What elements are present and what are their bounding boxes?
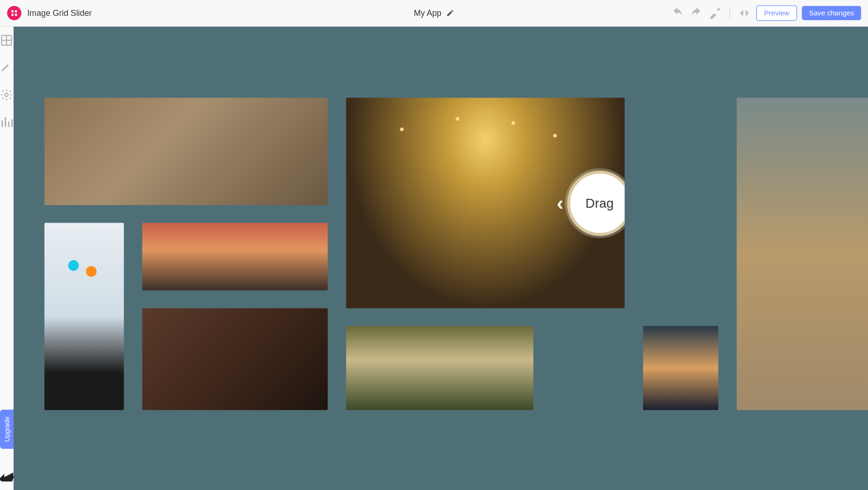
topbar: Image Grid Slider My App Preview Save ch… [0, 0, 868, 27]
image-tile-leopard[interactable] [346, 326, 533, 410]
topbar-left: Image Grid Slider [7, 6, 92, 20]
drag-control[interactable]: ‹ Drag › [557, 170, 625, 236]
svg-rect-3 [15, 14, 17, 15]
app-name: My App [414, 8, 441, 18]
settings-icon[interactable] [0, 88, 13, 101]
preview-button[interactable]: Preview [756, 5, 797, 21]
edit-name-icon[interactable] [446, 9, 455, 17]
drag-label: Drag [586, 195, 614, 210]
upgrade-button[interactable]: Upgrade [0, 409, 14, 448]
analytics-icon[interactable] [0, 116, 13, 129]
image-tile-golden-dog[interactable] [737, 98, 868, 410]
svg-marker-8 [0, 473, 14, 482]
sidebar: Upgrade [0, 27, 14, 490]
svg-point-7 [5, 93, 8, 97]
image-tile-wine-toast[interactable] [142, 308, 328, 410]
save-changes-button[interactable]: Save changes [802, 6, 861, 20]
undo-icon[interactable] [671, 6, 685, 20]
redo-icon[interactable] [689, 6, 703, 20]
svg-rect-2 [12, 14, 14, 15]
drag-handle[interactable]: Drag [567, 170, 625, 236]
topbar-center: My App [414, 8, 455, 18]
toolbar-divider [730, 8, 730, 19]
image-tile-plane-clouds[interactable] [643, 326, 718, 410]
image-tile-skis-goggles[interactable] [44, 223, 124, 410]
main-layout: Upgrade ‹ Drag › [0, 27, 868, 490]
svg-rect-1 [15, 10, 17, 12]
image-tile-dinner-party[interactable]: ‹ Drag › [346, 98, 625, 308]
topbar-right: Preview Save changes [671, 5, 861, 21]
image-tile-group-photo[interactable] [44, 98, 328, 205]
chevron-left-icon[interactable]: ‹ [557, 191, 563, 215]
plugin-logo-icon [7, 6, 21, 20]
plugin-title: Image Grid Slider [27, 8, 91, 18]
code-icon[interactable] [737, 6, 751, 20]
help-icon[interactable] [0, 471, 15, 483]
image-grid-slider[interactable]: ‹ Drag › [14, 27, 868, 446]
tool-icon[interactable] [708, 6, 722, 20]
image-tile-sunset-brush[interactable] [142, 223, 328, 291]
brush-icon[interactable] [0, 61, 13, 74]
svg-rect-0 [12, 10, 14, 12]
grid-icon[interactable] [0, 34, 13, 47]
canvas[interactable]: ‹ Drag › [14, 27, 868, 490]
